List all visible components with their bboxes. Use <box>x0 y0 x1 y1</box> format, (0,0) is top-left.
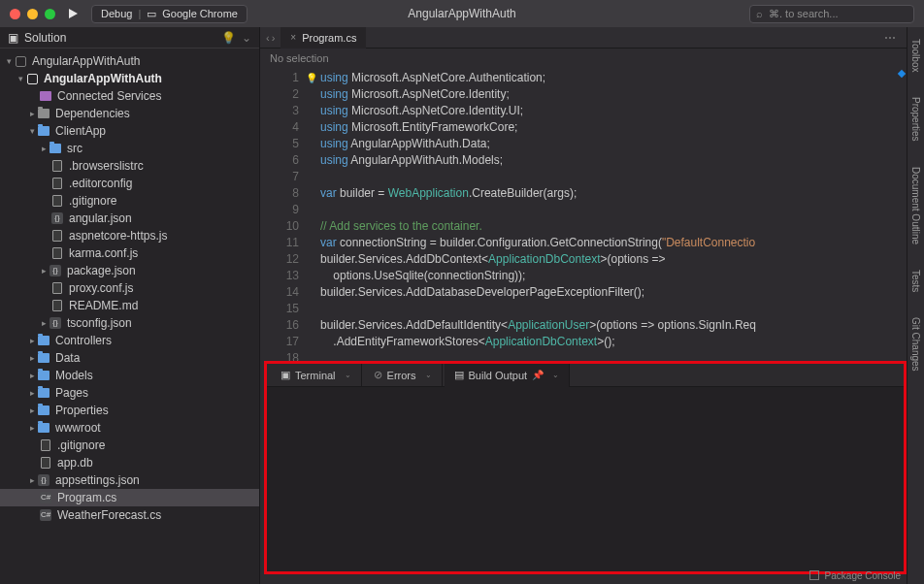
tree-file[interactable]: proxy.conf.js <box>0 279 259 297</box>
gitchanges-tab[interactable]: Git Changes <box>910 311 921 377</box>
tree-models[interactable]: ▸Models <box>0 367 259 384</box>
tree-file[interactable]: ▸{}appsettings.json <box>0 471 259 489</box>
tree-file[interactable]: karma.conf.js <box>0 244 259 262</box>
tree-properties[interactable]: ▸Properties <box>0 402 259 419</box>
tree-dependencies[interactable]: ▸Dependencies <box>0 105 259 122</box>
build-output-body[interactable] <box>267 387 904 571</box>
build-output-tab[interactable]: ▤Build Output📌⌄ <box>445 364 571 387</box>
tree-file[interactable]: .gitignore <box>0 437 259 454</box>
config-label: Debug <box>101 8 132 19</box>
panel-icon: ▣ <box>8 31 18 45</box>
run-button[interactable] <box>69 9 78 18</box>
toolbox-tab[interactable]: Toolbox <box>910 33 921 78</box>
project-node[interactable]: ▾AngularAppWithAuth <box>0 70 259 87</box>
solution-tree[interactable]: ▾AngularAppWithAuth ▾AngularAppWithAuth … <box>0 49 259 584</box>
back-icon[interactable]: ‹ <box>266 32 270 44</box>
editor-tabbar: ‹ › × Program.cs ⋯ <box>260 27 907 49</box>
chevron-down-icon[interactable]: ⌄ <box>242 31 251 45</box>
zoom-window[interactable] <box>45 9 55 19</box>
tree-pages[interactable]: ▸Pages <box>0 384 259 402</box>
window-controls <box>10 9 55 19</box>
nav-arrows: ‹ › <box>260 32 280 44</box>
properties-tab[interactable]: Properties <box>910 91 921 147</box>
close-window[interactable] <box>10 9 20 19</box>
tree-data[interactable]: ▸Data <box>0 349 259 367</box>
tree-src[interactable]: ▸src <box>0 140 259 157</box>
tree-file[interactable]: {}angular.json <box>0 210 259 227</box>
tree-file[interactable]: README.md <box>0 297 259 314</box>
solution-sidebar: ▣ Solution 💡 ⌄ ▾AngularAppWithAuth ▾Angu… <box>0 27 260 584</box>
tab-overflow[interactable]: ⋯ <box>884 31 897 45</box>
status-bar: Package Console <box>809 567 901 584</box>
forward-icon[interactable]: › <box>272 32 276 44</box>
search-icon: ⌕ <box>756 8 763 19</box>
search-input[interactable]: ⌕ ⌘. to search... <box>749 5 914 23</box>
right-dock: Toolbox Properties Document Outline Test… <box>907 27 924 584</box>
sidebar-header: ▣ Solution 💡 ⌄ <box>0 27 259 49</box>
bottom-panel-tabs: ▣Terminal⌄ ⊘Errors⌄ ▤Build Output📌⌄ <box>267 364 904 387</box>
tree-clientapp[interactable]: ▾ClientApp <box>0 122 259 140</box>
tree-wwwroot[interactable]: ▸wwwroot <box>0 419 259 437</box>
breadcrumb[interactable]: No selection <box>260 49 907 68</box>
tree-file[interactable]: ▸{}package.json <box>0 262 259 279</box>
tree-connected-services[interactable]: Connected Services <box>0 87 259 105</box>
errors-tab[interactable]: ⊘Errors⌄ <box>364 364 443 387</box>
docoutline-tab[interactable]: Document Outline <box>910 161 921 250</box>
package-console-label[interactable]: Package Console <box>825 570 901 581</box>
target-label: Google Chrome <box>162 8 238 19</box>
tree-weather[interactable]: C#WeatherForecast.cs <box>0 506 259 524</box>
tree-file[interactable]: app.db <box>0 454 259 471</box>
tree-file[interactable]: aspnetcore-https.js <box>0 227 259 244</box>
bulb-icon[interactable]: 💡 <box>221 31 236 45</box>
solution-root[interactable]: ▾AngularAppWithAuth <box>0 52 259 70</box>
tests-tab[interactable]: Tests <box>910 264 921 298</box>
tree-program-cs[interactable]: C#Program.cs <box>0 489 259 506</box>
search-placeholder: ⌘. to search... <box>769 8 839 20</box>
app-title: AngularAppWithAuth <box>408 7 515 20</box>
run-config[interactable]: Debug | ▭ Google Chrome <box>91 5 248 23</box>
package-console-icon[interactable] <box>809 570 819 580</box>
bottom-panel: ▣Terminal⌄ ⊘Errors⌄ ▤Build Output📌⌄ <box>264 361 907 574</box>
pin-icon[interactable]: 📌 <box>532 370 544 380</box>
terminal-icon: ▣ <box>280 369 290 381</box>
device-icon: ▭ <box>147 8 156 20</box>
tree-controllers[interactable]: ▸Controllers <box>0 332 259 349</box>
tree-file[interactable]: .editorconfig <box>0 175 259 192</box>
tree-file[interactable]: ▸{}tsconfig.json <box>0 314 259 332</box>
minimize-window[interactable] <box>27 9 38 19</box>
tree-file[interactable]: .browserslistrc <box>0 157 259 175</box>
build-icon: ▤ <box>454 369 464 381</box>
terminal-tab[interactable]: ▣Terminal⌄ <box>271 364 362 387</box>
error-icon: ⊘ <box>374 369 382 381</box>
tab-program-cs[interactable]: × Program.cs <box>280 27 366 49</box>
titlebar: Debug | ▭ Google Chrome AngularAppWithAu… <box>0 0 924 27</box>
tree-file[interactable]: .gitignore <box>0 192 259 210</box>
close-tab-icon[interactable]: × <box>290 32 296 43</box>
